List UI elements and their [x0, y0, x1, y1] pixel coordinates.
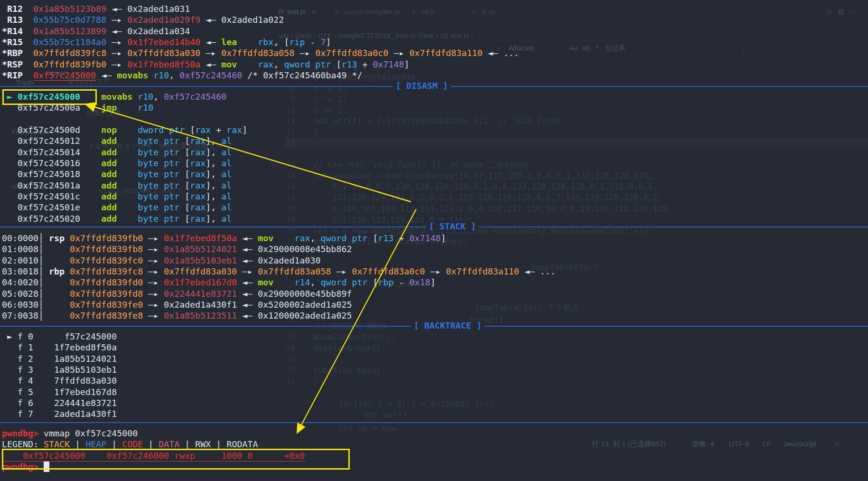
terminal-text-segment: [117, 214, 138, 224]
terminal-text-segment: R13: [2, 15, 33, 25]
terminal-line: f 3 1a85b5103eb1: [2, 364, 117, 375]
terminal-text-segment: 03:0018│: [2, 266, 49, 276]
terminal-text-segment: byte ptr: [138, 214, 179, 224]
terminal-text-segment: 0x7ffdfd839fe0: [70, 300, 143, 310]
terminal-text-segment: ],: [205, 214, 221, 224]
terminal-text-segment: ◄—: [200, 37, 221, 47]
terminal-text-segment: —▸: [106, 37, 127, 47]
terminal-text-segment: 0x7ffdfd83a058: [258, 266, 331, 276]
terminal-text-segment: al: [221, 169, 232, 179]
terminal-text-segment: byte ptr: [138, 158, 179, 168]
terminal-text-segment: ,: [169, 70, 179, 80]
terminal-text-segment: 0x7ffdfd839fb0: [33, 59, 106, 69]
terminal-text-segment: [: [179, 214, 190, 224]
terminal-line: R12 0x1a85b5123b89 ◄— 0x2aded1a031: [2, 3, 519, 14]
terminal-text-segment: 0xf57c245000: [18, 92, 80, 102]
terminal-text-segment: —▸: [143, 233, 164, 243]
terminal-text-segment: [65, 233, 70, 243]
terminal-line: 0xf57c24500a jmp r10: [2, 102, 247, 113]
terminal-text-segment: 0x7ffdfd83a030: [164, 266, 237, 276]
terminal-text-segment: add: [101, 180, 117, 190]
terminal-text-segment: 0x7ffdfd839fc8: [33, 48, 106, 58]
terminal-text-segment: 0xf57c245014: [2, 147, 101, 157]
terminal-text-segment: *R15: [2, 37, 33, 47]
terminal-text-segment: 0x7ffdfd839fc8: [70, 266, 143, 276]
terminal-text-segment: f 3 1a85b5103eb1: [2, 365, 117, 375]
terminal-text-segment: byte ptr: [138, 180, 179, 190]
terminal-text-segment: |: [143, 439, 159, 449]
terminal-text-segment: *RBP: [2, 48, 33, 58]
backtrace-panel: ► f 0 f57c245000 f 1 1f7ebed8f50a f 2 1a…: [2, 331, 117, 420]
terminal-text-segment: rax: [258, 59, 273, 69]
terminal-text-segment: add: [101, 158, 117, 168]
terminal-text-segment: add: [101, 202, 117, 212]
terminal-text-segment: 0x55b75c1184a0: [33, 37, 106, 47]
terminal-text-segment: lea: [221, 37, 237, 47]
terminal-text-segment: 0x2aded1a022: [221, 15, 284, 25]
terminal-text-segment: byte ptr: [138, 147, 179, 157]
terminal-text-segment: [117, 202, 138, 212]
terminal-text-segment: [: [179, 169, 190, 179]
terminal-text-segment: 0xf57c245020: [2, 214, 101, 224]
terminal-text-segment: rax: [190, 147, 205, 157]
terminal-text-segment: 0xf57c24500d: [2, 125, 101, 135]
stack-panel: 00:0000│ rsp 0x7ffdfd839fb0 —▸ 0x1f7ebed…: [2, 233, 556, 321]
terminal-text-segment: rip: [289, 37, 305, 47]
terminal-text-segment: ]: [404, 59, 410, 69]
terminal-text-segment: 0x7148: [373, 59, 404, 69]
terminal-text-segment: rbx: [258, 37, 273, 47]
terminal-cursor[interactable]: [44, 462, 49, 472]
terminal-text-segment: rax: [190, 202, 205, 212]
terminal-text-segment: ]: [326, 37, 331, 47]
terminal-text-segment: mov: [258, 277, 273, 287]
terminal-text-segment: al: [221, 191, 232, 201]
terminal-text-segment: LEGEND:: [2, 439, 44, 449]
terminal-line: f 2 1a85b5124021: [2, 353, 117, 364]
terminal-text-segment: ◄—: [237, 233, 258, 243]
terminal-text-segment: ,: [310, 277, 320, 287]
terminal-text-segment: [117, 147, 138, 157]
terminal-text-segment: 0x2aded1a030: [258, 255, 320, 265]
context-end-divider: [0, 422, 868, 423]
terminal-text-segment: nop: [101, 125, 117, 135]
terminal-text-segment: 01:0008│: [2, 244, 70, 254]
terminal-text-segment: byte ptr: [138, 191, 179, 201]
terminal-text-segment: rax: [190, 169, 205, 179]
terminal-text-segment: qword ptr: [320, 233, 367, 243]
terminal-text-segment: 0x2aded1a430f1: [164, 300, 237, 310]
terminal-text-segment: |: [70, 439, 85, 449]
terminal-text-segment: 0x7148: [410, 233, 441, 243]
terminal-text-segment: 0x1a85b5103eb1: [164, 255, 237, 265]
terminal-text-segment: [117, 136, 138, 146]
terminal-text-segment: rax: [226, 125, 242, 135]
terminal-text-segment: ],: [205, 147, 221, 157]
terminal-text-segment: f 4 7ffdfd83a030: [2, 376, 117, 386]
pwndbg-terminal[interactable]: R12 0x1a85b5123b89 ◄— 0x2aded1a031 R13 0…: [0, 0, 868, 481]
terminal-text-segment: 0x7ffdfd83a030: [127, 48, 200, 58]
terminal-text-segment: r13: [378, 233, 394, 243]
terminal-text-segment: 0x7ffdfd83a058: [221, 48, 294, 58]
terminal-text-segment: ]: [430, 277, 436, 287]
terminal-text-segment: |: [106, 439, 122, 449]
terminal-text-segment: rbp: [378, 277, 394, 287]
terminal-text-segment: 0x2aded1a034: [127, 26, 190, 36]
terminal-text-segment: |: [211, 439, 226, 449]
terminal-text-segment: —▸: [389, 48, 410, 58]
terminal-text-segment: 0x1f7ebed14b40: [127, 37, 200, 47]
terminal-text-segment: +: [357, 59, 373, 69]
registers-panel: R12 0x1a85b5123b89 ◄— 0x2aded1a031 R13 0…: [2, 3, 519, 81]
terminal-text-segment: -: [394, 277, 410, 287]
terminal-text-segment: r10: [138, 103, 153, 113]
terminal-text-segment: 0xf57c24500a: [2, 103, 101, 113]
terminal-text-segment: 00:0000│: [2, 233, 49, 243]
disasm-panel: ► 0xf57c245000 movabs r10, 0xf57c245460 …: [2, 91, 247, 224]
terminal-text-segment: ◄—: [237, 244, 258, 254]
terminal-text-segment: 0x1f7ebed8f50a: [164, 233, 237, 243]
terminal-text-segment: [: [331, 59, 341, 69]
terminal-text-segment: —▸: [143, 277, 164, 287]
terminal-text-segment: 0xf57c245018: [2, 169, 101, 179]
terminal-line: f 1 1f7ebed8f50a: [2, 342, 117, 353]
terminal-line: f 5 1f7ebed167d8: [2, 387, 117, 397]
terminal-text-segment: vmmap 0xf57c245000: [44, 428, 138, 438]
terminal-text-segment: RODATA: [226, 439, 258, 449]
